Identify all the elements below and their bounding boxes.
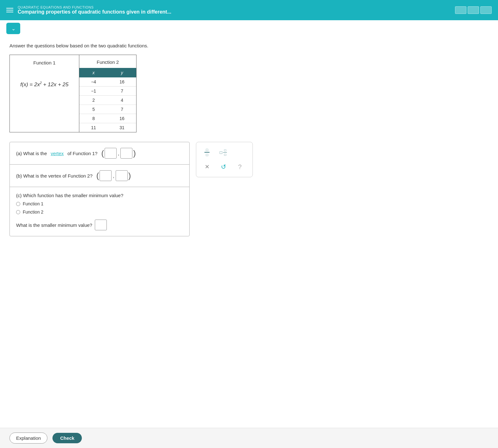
- header-right: [455, 6, 492, 14]
- math-keypad: □ □ □ □ □: [196, 142, 253, 177]
- chevron-down-button[interactable]: ⌄: [6, 23, 20, 34]
- table-row: 1131: [79, 123, 136, 132]
- cell-x: 2: [79, 96, 108, 105]
- bottom-bar: Explanation Check: [0, 428, 498, 448]
- vertex-b-y-input[interactable]: [116, 170, 128, 181]
- header-btn-1[interactable]: [455, 6, 466, 14]
- header: QUADRATIC EQUATIONS AND FUNCTIONS Compar…: [0, 0, 498, 20]
- function2-header: Function 2: [79, 55, 136, 68]
- table-row: 24: [79, 96, 136, 105]
- question-b-label: (b) What is the vertex of Function 2?: [16, 173, 93, 179]
- question-c-label: (c) Which function has the smaller minim…: [16, 193, 123, 198]
- comma-b: ,: [113, 173, 114, 179]
- undo-button[interactable]: ↺: [218, 161, 229, 173]
- vertex-link[interactable]: vertex: [51, 151, 64, 156]
- functions-table: Function 1 f(x) = 2x2 + 12x + 25 Functio…: [9, 55, 137, 132]
- header-title: Comparing properties of quadratic functi…: [18, 9, 171, 15]
- table-row: −17: [79, 87, 136, 96]
- vertex-a-x-input[interactable]: [105, 148, 117, 159]
- cell-y: 7: [108, 105, 136, 114]
- vertex-b-x-input[interactable]: [100, 170, 112, 181]
- cell-x: 11: [79, 123, 108, 132]
- cell-y: 31: [108, 123, 136, 132]
- min-value-input[interactable]: [95, 220, 107, 230]
- hamburger-icon[interactable]: [6, 8, 13, 12]
- question-b-row: (b) What is the vertex of Function 2? ( …: [10, 165, 189, 187]
- cell-x: 8: [79, 114, 108, 123]
- cell-x: 5: [79, 105, 108, 114]
- header-left: QUADRATIC EQUATIONS AND FUNCTIONS Compar…: [6, 5, 171, 15]
- main-content: Answer the questions below based on the …: [0, 37, 498, 428]
- question-a-row: (a) What is the vertex of Function 1? ( …: [10, 142, 189, 165]
- comma-a: ,: [118, 151, 119, 156]
- chevron-row: ⌄: [0, 20, 498, 37]
- header-btn-2[interactable]: [468, 6, 479, 14]
- radio-function2[interactable]: Function 2: [16, 209, 43, 215]
- open-bracket-a: (: [101, 149, 104, 157]
- question-c-row: (c) Which function has the smaller minim…: [10, 187, 189, 236]
- radio-function2-label: Function 2: [23, 209, 43, 215]
- radio-function1-label: Function 1: [23, 201, 43, 206]
- cell-y: 4: [108, 96, 136, 105]
- questions-box: (a) What is the vertex of Function 1? ( …: [9, 142, 190, 236]
- cell-x: −4: [79, 77, 108, 87]
- open-bracket-b: (: [96, 172, 99, 180]
- close-bracket-a: ): [133, 149, 136, 157]
- check-button[interactable]: Check: [52, 433, 82, 443]
- col-y-header: y: [108, 68, 136, 77]
- header-subtitle: QUADRATIC EQUATIONS AND FUNCTIONS: [18, 5, 171, 9]
- vertex-input-a: ( , ): [101, 148, 136, 159]
- function1-formula: f(x) = 2x2 + 12x + 25: [20, 81, 69, 88]
- cell-y: 7: [108, 87, 136, 96]
- question-a-suffix: of Function 1?: [67, 151, 97, 156]
- table-row: 57: [79, 105, 136, 114]
- question-a-label: (a) What is the: [16, 151, 47, 156]
- vertex-a-y-input[interactable]: [120, 148, 132, 159]
- header-btn-3[interactable]: [480, 6, 492, 14]
- close-bracket-b: ): [128, 172, 131, 180]
- radio-function2-input[interactable]: [16, 210, 20, 214]
- explanation-button[interactable]: Explanation: [9, 433, 47, 444]
- fraction-button[interactable]: □ □: [201, 147, 213, 158]
- cell-y: 16: [108, 114, 136, 123]
- keypad-row-2: ✕ ↺ ?: [201, 161, 247, 173]
- vertex-input-b: ( , ): [96, 170, 131, 181]
- min-value-label: What is the smaller minimum value?: [16, 222, 92, 228]
- functions-grid: Function 1 f(x) = 2x2 + 12x + 25 Functio…: [10, 55, 136, 132]
- function2-cell: Function 2 x y −416−1724578161131: [79, 55, 136, 132]
- cell-x: −1: [79, 87, 108, 96]
- data-table: x y −416−1724578161131: [79, 68, 136, 132]
- radio-function1[interactable]: Function 1: [16, 201, 43, 206]
- function1-cell: Function 1 f(x) = 2x2 + 12x + 25: [10, 55, 79, 132]
- instruction-text: Answer the questions below based on the …: [9, 43, 489, 48]
- help-button[interactable]: ?: [234, 161, 246, 173]
- table-row: 816: [79, 114, 136, 123]
- mixed-number-button[interactable]: □ □ □: [218, 147, 229, 158]
- keypad-row-1: □ □ □ □ □: [201, 147, 247, 158]
- col-x-header: x: [79, 68, 108, 77]
- header-title-block: QUADRATIC EQUATIONS AND FUNCTIONS Compar…: [18, 5, 171, 15]
- clear-button[interactable]: ✕: [201, 161, 213, 173]
- function1-header: Function 1: [33, 60, 55, 65]
- radio-function1-input[interactable]: [16, 202, 20, 206]
- table-row: −416: [79, 77, 136, 87]
- cell-y: 16: [108, 77, 136, 87]
- min-value-row: What is the smaller minimum value?: [16, 220, 107, 230]
- questions-area: (a) What is the vertex of Function 1? ( …: [9, 142, 489, 236]
